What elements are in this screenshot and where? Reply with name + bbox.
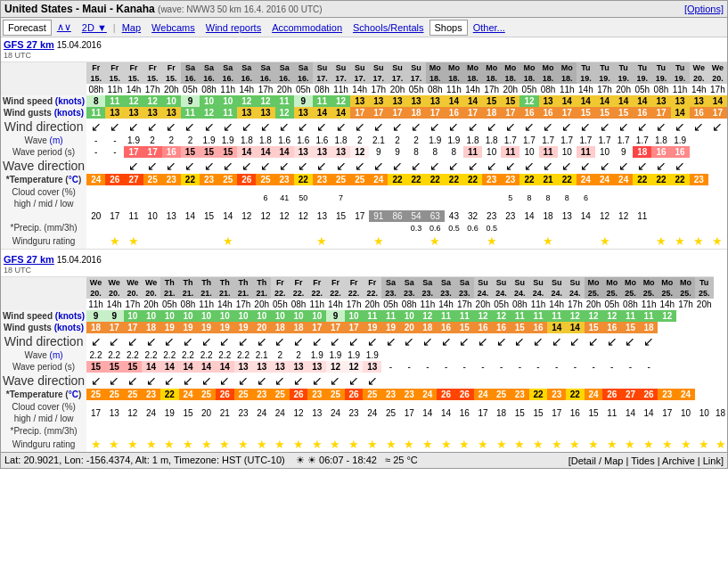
nav-forecast[interactable]: Forecast — [3, 20, 52, 36]
s2-rating-row: Windguru rating ★ ★ ★ ★ ★ ★ ★ ★ ★ ★ ★ ★ … — [1, 437, 728, 452]
s1-precip-row: *Precip. (mm/3h) 0.3 0.6 0.5 0.6 0.5 — [1, 222, 727, 234]
page-title: United States - Maui - Kanaha (wave: NWW… — [4, 3, 323, 15]
s2-time-row: 11h14h17h20h 05h08h11h14h17h20h 05h08h11… — [1, 299, 728, 310]
footer-links: [Detail / Map | Tides | Archive | Link] — [568, 455, 724, 466]
s2-date-row: 20.20.20.20. 21.21.21.21.21.21. 22.22.22… — [1, 288, 728, 299]
s1-temp-row: *Temperature (°C) 24 26 27 25 23 22 23 2… — [1, 174, 727, 185]
nav-shops[interactable]: Shops — [429, 20, 468, 36]
footer-bar: Lat: 20.9021, Lon: -156.4374, Alt: 1 m, … — [1, 452, 727, 468]
nav-wind-reports[interactable]: Wind reports — [200, 20, 266, 36]
nav-bar: Forecast ∧∨ 2D ▼ | Map Webcams Wind repo… — [1, 18, 727, 37]
s1-wave-row: Wave (m) -- 1.922 21.91.91.81.81.61.6 1.… — [1, 135, 727, 146]
s2-wind-dir-row: Wind direction ↙↙↙↙ ↙↙↙↙↙↙ ↙↙↙↙↙↙ ↙↙↙↙↙ … — [1, 333, 728, 349]
s2-wave-period-row: Wave period (s) 15 15 15 14 14 14 14 14 … — [1, 361, 728, 373]
s1-date-row: 15.15.15.15.15. 16.16.16.16.16.16.16. 17… — [1, 73, 727, 84]
nav-other[interactable]: Other... — [468, 20, 511, 36]
footer-info: Lat: 20.9021, Lon: -156.4374, Alt: 1 m, … — [4, 455, 418, 466]
s2-cloud-row: Cloud cover (%)high / mid / low 17131224… — [1, 400, 728, 425]
s1-cloud-low-row: 2017111013 14151412121212 131517 91 86 5… — [1, 210, 727, 222]
s2-wind-gusts-row: Wind gusts (knots) 18 17 17 18 19 19 19 … — [1, 322, 728, 333]
s1-cloud-row: Cloud cover (%)high / mid / low 6 41 50 … — [1, 185, 727, 210]
nav-updown[interactable]: ∧∨ — [52, 19, 77, 36]
options-link[interactable]: [Options] — [684, 4, 724, 14]
s2-precip-row: *Precip. (mm/3h) — [1, 425, 728, 437]
sun-icon: ☀ — [296, 455, 305, 465]
s1-rating-row: Windguru rating ★ ★ ★ ★ ★ ★ ★ ★ ★ ★ ★ ★ … — [1, 234, 727, 249]
nav-2d[interactable]: 2D ▼ — [77, 20, 112, 36]
nav-accommodation[interactable]: Accommodation — [266, 20, 348, 36]
nav-map[interactable]: Map — [117, 20, 146, 36]
s2-wave-dir-row: Wave direction ↙↙↙↙ ↙↙↙↙↙↙ ↙↙↙↙↙↙ — [1, 373, 728, 389]
s2-temp-row: *Temperature (°C) 25 25 25 23 22 24 25 2… — [1, 389, 728, 400]
s1-wind-dir-row: Wind direction ↙↙↙↙↙ ↙↙↙↙↙↙↙ ↙↙↙↙↙↙ ↙↙↙↙… — [1, 119, 727, 135]
gfs1-link[interactable]: GFS 27 km — [4, 39, 54, 50]
s2-wave-row: Wave (m) 2.22.22.22.2 2.22.22.22.22.22.1… — [1, 349, 728, 361]
section2-table: GFS 27 km 15.04.2016 18 UTC WeWeWeWe ThT… — [1, 252, 728, 452]
s1-wave-dir-row: Wave direction ↙↙↙ ↙↙↙↙↙↙↙ ↙↙↙↙↙↙ ↙↙↙↙↙↙… — [1, 158, 727, 174]
archive-link[interactable]: Archive — [662, 455, 695, 466]
tides-link[interactable]: Tides — [631, 455, 655, 466]
s1-time-row: 08h11h14h17h20h 05h08h11h14h17h20h05h 08… — [1, 84, 727, 95]
s1-wind-gusts-row: Wind gusts (knots) 11 13 13 13 13 11 12 … — [1, 107, 727, 119]
s1-wind-speed-row: Wind speed (knots) 8 11 12 12 10 9 10 10… — [1, 95, 727, 107]
link-link[interactable]: Link — [703, 455, 721, 466]
s1-wave-period-row: Wave period (s) -- 17 17 16 15 15 15 14 … — [1, 146, 727, 158]
s2-wind-speed-row: Wind speed (knots) 9 9 10 10 10 10 10 10… — [1, 310, 728, 322]
gfs2-link[interactable]: GFS 27 km — [4, 254, 54, 265]
detail-map-link[interactable]: Detail / Map — [571, 455, 624, 466]
s1-day-row: FrFrFrFrFr SaSaSaSaSaSaSa SuSuSuSuSuSu M… — [1, 62, 727, 74]
s2-day-row: WeWeWeWe ThThThThThTh FrFrFrFrFrFr SaSaS… — [1, 277, 728, 289]
nav-schools[interactable]: Schools/Rentals — [348, 20, 429, 36]
nav-webcams[interactable]: Webcams — [146, 20, 200, 36]
section1-table: GFS 27 km 15.04.2016 18 UTC FrFrFrFrFr S… — [1, 37, 727, 249]
